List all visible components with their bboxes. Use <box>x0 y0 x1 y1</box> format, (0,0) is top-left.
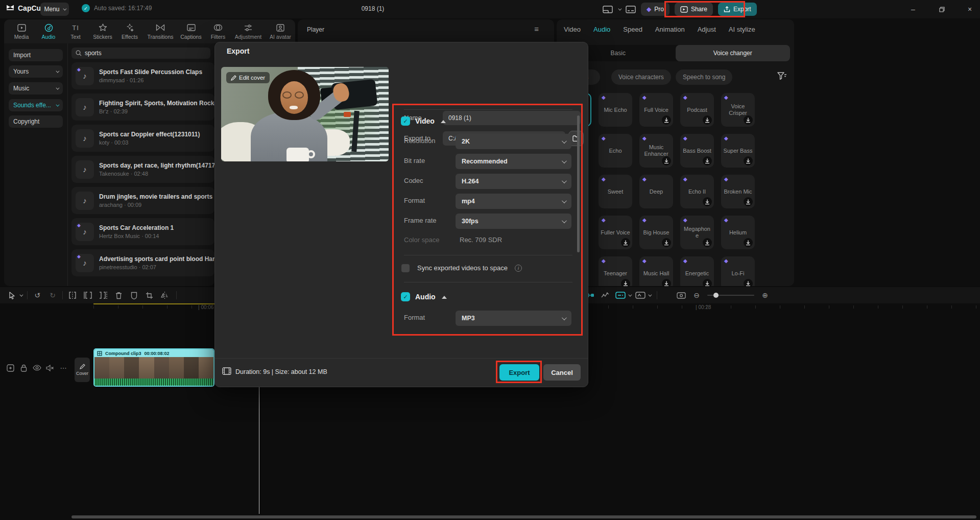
voice-effect-card[interactable]: ◆ Podcast <box>680 93 714 127</box>
audio-checkbox[interactable]: ✓ <box>401 292 410 301</box>
subtab-voice-changer[interactable]: Voice changer <box>676 45 791 61</box>
export-top-button[interactable]: Export <box>718 3 757 16</box>
voice-effect-card[interactable]: ◆ Echo <box>599 134 632 168</box>
tab-video-props[interactable]: Video <box>564 26 581 33</box>
chevron-down-icon[interactable] <box>628 293 632 296</box>
zoom-in-icon[interactable]: ⊕ <box>757 289 773 301</box>
chip-speech-to-song[interactable]: Speech to song <box>676 69 732 85</box>
timeline-zoom-slider[interactable] <box>707 295 754 296</box>
download-icon[interactable] <box>621 238 630 247</box>
tab-adjust[interactable]: Adjust <box>698 26 716 33</box>
search-bar[interactable] <box>71 48 210 59</box>
tab-stickers[interactable]: Stickers <box>91 23 114 40</box>
resolution-select[interactable]: 2K <box>456 134 571 149</box>
download-icon[interactable] <box>662 115 671 125</box>
voice-effect-card[interactable]: ◆ Deep <box>639 175 673 208</box>
collapse-audio-icon[interactable] <box>442 296 447 299</box>
download-icon[interactable] <box>703 115 712 125</box>
pro-button[interactable]: ◆ Pro <box>641 3 670 16</box>
format-select[interactable]: mp4 <box>456 194 571 209</box>
minimize-button[interactable]: – <box>903 0 923 18</box>
menu-button[interactable]: Menu <box>40 3 69 16</box>
search-input[interactable] <box>85 50 197 57</box>
dialog-scrollbar[interactable] <box>577 115 580 252</box>
adjust-layout-icon[interactable] <box>626 6 636 13</box>
tab-effects[interactable]: Effects <box>118 23 141 40</box>
sidebar-item-sound-effects[interactable]: Sounds effe... <box>9 99 63 111</box>
voice-effect-card[interactable]: ◆ Music Hall <box>639 256 673 286</box>
edit-timeline-cover-button[interactable]: Cover <box>75 358 90 382</box>
voice-effect-card[interactable]: ◆ Super Bass <box>721 134 755 168</box>
voice-effect-card[interactable]: ◆ Fuller Voice <box>599 216 632 249</box>
layout-chevron-icon[interactable] <box>618 7 622 10</box>
voice-effect-card[interactable]: ◆ Broken Mic <box>721 175 755 208</box>
zoom-out-icon[interactable]: ⊖ <box>689 289 704 301</box>
sidebar-item-import[interactable]: Import <box>9 49 63 61</box>
tab-text[interactable]: TIText <box>64 23 87 40</box>
download-icon[interactable] <box>621 279 630 286</box>
lock-icon[interactable] <box>18 363 29 373</box>
voice-effect-card[interactable]: ◆ Lo-Fi <box>721 256 755 286</box>
more-options-icon[interactable]: ⋯ <box>58 363 68 373</box>
download-icon[interactable] <box>744 279 753 286</box>
audio-list-item[interactable]: ◆ ♪ Sports Car Acceleration 1 Hertz Box … <box>71 218 214 245</box>
download-icon[interactable] <box>662 238 671 247</box>
split-icon[interactable] <box>65 289 80 301</box>
redo-icon[interactable]: ↻ <box>45 289 60 301</box>
layout-toggle-icon[interactable] <box>603 6 613 13</box>
sidebar-item-copyright[interactable]: Copyright <box>9 115 63 128</box>
voice-effect-card[interactable]: ◆ Sweet <box>599 175 632 208</box>
audio-list-item[interactable]: ◆ ♪ Advertising sports card point blood … <box>71 249 214 276</box>
voice-effect-card[interactable]: ◆ Bass Boost <box>680 134 714 168</box>
codec-select[interactable]: H.264 <box>456 174 571 189</box>
mask-icon[interactable] <box>126 289 141 301</box>
zoom-slider-thumb[interactable] <box>713 293 719 298</box>
tab-captions[interactable]: Captions <box>180 23 202 40</box>
download-icon[interactable] <box>744 156 753 166</box>
audio-list-item[interactable]: ◆ ♪ Sports car Doppler effect(1231011) k… <box>71 125 214 152</box>
download-icon[interactable] <box>744 115 753 125</box>
audio-graph-icon[interactable] <box>597 289 613 301</box>
download-icon[interactable] <box>744 197 753 206</box>
edit-cover-button[interactable]: Edit cover <box>226 72 270 83</box>
voice-effect-card[interactable]: ◆ Music Enhancer <box>639 134 673 168</box>
audio-list-item[interactable]: ◆ ♪ Fighting Spirit, Sports, Motivation … <box>71 93 214 121</box>
cursor-chevron-icon[interactable] <box>19 293 23 296</box>
tab-audio-props[interactable]: Audio <box>593 26 610 33</box>
voice-effect-card[interactable]: ◆ Mic Echo <box>599 93 632 127</box>
share-button[interactable]: Share <box>675 3 713 16</box>
voice-effect-card[interactable]: ◆ Big House <box>639 216 673 249</box>
voice-effect-card[interactable]: ◆ Voice Crisper <box>721 93 755 127</box>
info-icon[interactable]: i <box>515 265 522 272</box>
export-confirm-button[interactable]: Export <box>499 364 539 381</box>
audio-list-item[interactable]: ◆ ♪ Drum jingles, movie trailers and spo… <box>71 187 214 214</box>
download-icon[interactable] <box>662 279 671 286</box>
crop-icon[interactable] <box>141 289 157 301</box>
framerate-select[interactable]: 30fps <box>456 214 571 229</box>
track-options-icon[interactable] <box>633 289 648 301</box>
tab-animation[interactable]: Animation <box>655 26 685 33</box>
download-icon[interactable] <box>703 156 712 166</box>
download-icon[interactable] <box>662 156 671 166</box>
tab-media[interactable]: Media <box>10 23 33 40</box>
split-right-icon[interactable] <box>95 289 111 301</box>
download-icon[interactable] <box>703 197 712 206</box>
eye-icon[interactable] <box>32 363 42 373</box>
undo-icon[interactable]: ↺ <box>30 289 45 301</box>
track-main-icon[interactable] <box>5 363 15 373</box>
chip-voice-characters[interactable]: Voice characters <box>611 69 671 85</box>
download-icon[interactable] <box>744 238 753 247</box>
sync-checkbox[interactable] <box>401 264 410 272</box>
voice-effect-card[interactable]: ◆ Echo II <box>680 175 714 208</box>
caption-track-icon[interactable] <box>613 289 628 301</box>
tab-adjustment[interactable]: Adjustment <box>234 23 262 40</box>
download-icon[interactable] <box>703 279 712 286</box>
tab-transitions[interactable]: Transitions <box>146 23 175 40</box>
voice-effect-card[interactable]: ◆ Full Voice <box>639 93 673 127</box>
timeline-horizontal-scrollbar[interactable] <box>71 515 976 518</box>
mirror-icon[interactable] <box>157 289 172 301</box>
voice-effect-card[interactable]: ◆ Megaphone <box>680 216 714 249</box>
tab-speed[interactable]: Speed <box>623 26 642 33</box>
download-icon[interactable] <box>703 238 712 247</box>
cancel-button[interactable]: Cancel <box>543 364 581 381</box>
